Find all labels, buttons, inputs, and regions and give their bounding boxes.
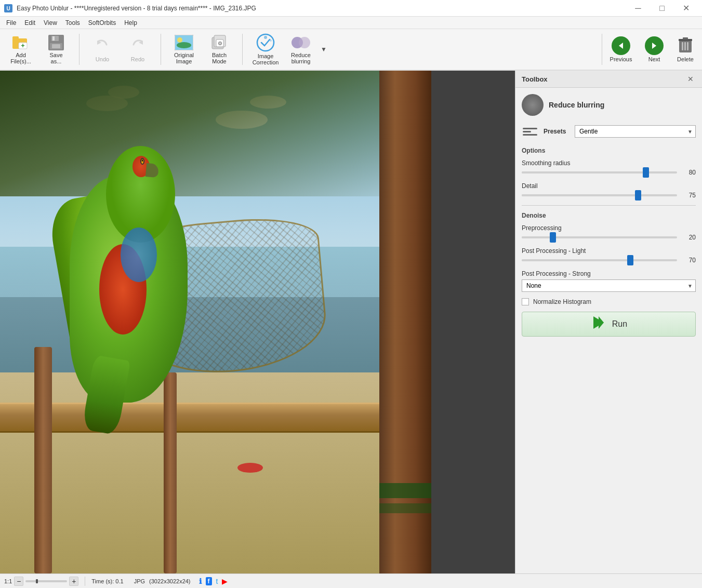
- batch-mode-label: BatchMode: [212, 52, 227, 64]
- facebook-icon[interactable]: f: [206, 577, 212, 585]
- redo-label: Redo: [131, 56, 144, 62]
- info-icon[interactable]: ℹ: [199, 577, 202, 585]
- toolbox-close-button[interactable]: ✕: [685, 74, 696, 84]
- menu-help[interactable]: Help: [120, 17, 141, 29]
- smoothing-radius-label: Smoothing radius: [522, 159, 696, 167]
- undo-icon: [92, 36, 113, 55]
- post-light-thumb[interactable]: [627, 255, 633, 265]
- toolbar-dropdown-arrow[interactable]: ▼: [320, 32, 328, 67]
- delete-label: Delete: [677, 56, 694, 62]
- redo-button[interactable]: Redo: [121, 32, 154, 67]
- post-strong-label: Post Processing - Strong: [522, 270, 696, 277]
- youtube-icon[interactable]: ▶: [222, 577, 228, 585]
- detail-track[interactable]: [522, 194, 677, 196]
- post-strong-row: Post Processing - Strong None Light Medi…: [522, 270, 696, 292]
- zoom-slider-thumb[interactable]: [36, 579, 38, 583]
- left-post: [34, 347, 51, 573]
- zoom-in-button[interactable]: +: [69, 577, 78, 586]
- post-light-track[interactable]: [522, 259, 677, 261]
- add-files-label: AddFile(s)...: [10, 52, 31, 64]
- menu-tools[interactable]: Tools: [61, 17, 84, 29]
- original-image-button[interactable]: OriginalImage: [167, 32, 201, 67]
- menu-edit[interactable]: Edit: [20, 17, 39, 29]
- smoothing-radius-thumb[interactable]: [643, 167, 649, 178]
- toolbar-divider-3: [242, 34, 243, 65]
- status-zoom: 1:1 − +: [4, 577, 85, 586]
- smoothing-radius-track[interactable]: [522, 171, 677, 173]
- save-as-button[interactable]: Saveas...: [39, 32, 73, 67]
- normalize-row: Normalize Histogram: [522, 298, 696, 305]
- reduce-blurring-button[interactable]: Reduceblurring: [284, 32, 317, 67]
- window-controls: ─ □ ✕: [626, 0, 698, 17]
- twitter-icon[interactable]: t: [216, 577, 218, 585]
- svg-rect-31: [687, 42, 688, 50]
- post-light-label: Post Processing - Light: [522, 247, 696, 255]
- undo-button[interactable]: Undo: [86, 32, 119, 67]
- presets-select[interactable]: Gentle Normal Strong Custom: [575, 125, 696, 138]
- detail-value: 75: [681, 192, 696, 199]
- zoom-slider[interactable]: [25, 580, 67, 582]
- post-strong-select[interactable]: None Light Medium Strong: [522, 279, 696, 292]
- toolbox-header: Toolbox ✕: [515, 71, 702, 88]
- window-title: Easy Photo Unblur - ****Unregistered ver…: [17, 5, 622, 12]
- zoom-out-button[interactable]: −: [14, 577, 23, 586]
- status-bar: 1:1 − + Time (s): 0.1 JPG (3022x3022x24)…: [0, 573, 702, 588]
- detail-thumb[interactable]: [635, 190, 641, 201]
- menu-file[interactable]: File: [2, 17, 20, 29]
- parrot-neck: [121, 228, 157, 282]
- image-correction-button[interactable]: ImageCorrection: [249, 32, 282, 67]
- toolbar-divider-2: [161, 34, 161, 65]
- presets-row: Presets Gentle Normal Strong Custom ▼: [522, 123, 696, 140]
- title-bar: U Easy Photo Unblur - ****Unregistered v…: [0, 0, 702, 17]
- svg-rect-3: [12, 36, 19, 39]
- original-image-label: OriginalImage: [174, 52, 194, 64]
- smoothing-radius-fill: [522, 171, 646, 173]
- next-icon: [645, 36, 664, 55]
- add-files-button[interactable]: + AddFile(s)...: [4, 32, 37, 67]
- image-panel[interactable]: [0, 71, 515, 573]
- image-correction-icon: [255, 33, 276, 52]
- normalize-checkbox[interactable]: [522, 298, 529, 305]
- smoothing-radius-row: Smoothing radius 80: [522, 159, 696, 176]
- previous-icon: [612, 36, 630, 55]
- status-format: JPG: [134, 578, 145, 584]
- batch-mode-button[interactable]: ⚙ BatchMode: [203, 32, 236, 67]
- next-button[interactable]: Next: [640, 32, 669, 67]
- preprocessing-label: Preprocessing: [522, 224, 696, 232]
- tool-header: Reduce blurring: [522, 94, 696, 116]
- post-light-value: 70: [681, 257, 696, 264]
- tool-icon: [522, 94, 544, 116]
- status-dimensions: (3022x3022x24): [149, 578, 191, 584]
- preprocessing-thumb[interactable]: [550, 232, 556, 243]
- menu-softorbits[interactable]: SoftOrbits: [84, 17, 120, 29]
- previous-label: Previous: [610, 56, 632, 62]
- app-icon: U: [4, 4, 12, 12]
- redo-icon: [127, 36, 148, 55]
- preprocessing-track[interactable]: [522, 236, 677, 238]
- batch-mode-icon: ⚙: [209, 34, 230, 51]
- parrot-image: [52, 131, 233, 433]
- previous-button[interactable]: Previous: [606, 32, 635, 67]
- close-button[interactable]: ✕: [674, 0, 698, 17]
- smoothing-radius-control: 80: [522, 169, 696, 176]
- save-as-label: Saveas...: [49, 52, 62, 64]
- presets-select-wrap: Gentle Normal Strong Custom ▼: [575, 125, 696, 138]
- run-button[interactable]: Run: [522, 312, 696, 337]
- reduce-blurring-icon: [290, 34, 311, 51]
- minimize-button[interactable]: ─: [626, 0, 650, 17]
- post-light-fill: [522, 259, 630, 261]
- restore-button[interactable]: □: [650, 0, 674, 17]
- run-arrow-icon: [590, 314, 607, 334]
- toolbox-panel: Toolbox ✕ Reduce blurring Prese: [515, 71, 702, 573]
- svg-rect-8: [52, 36, 55, 41]
- image-display: [0, 71, 431, 573]
- menu-view[interactable]: View: [39, 17, 61, 29]
- toolbar-right: Previous Next: [602, 32, 698, 67]
- toolbar-divider-4: [602, 34, 602, 65]
- svg-point-15: [177, 42, 191, 48]
- svg-marker-33: [599, 316, 604, 329]
- status-time: Time (s): 0.1: [91, 578, 123, 584]
- post-strong-select-wrap: None Light Medium Strong ▼: [522, 279, 696, 292]
- next-label: Next: [648, 56, 660, 62]
- delete-button[interactable]: Delete: [673, 32, 698, 67]
